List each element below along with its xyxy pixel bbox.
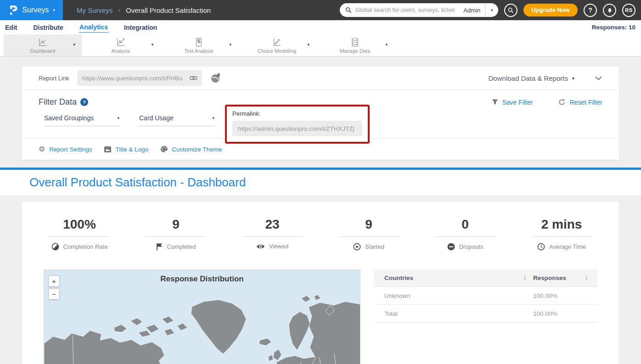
notifications-button[interactable] [603,4,616,17]
permalink-highlight-box: Permalink: [225,105,370,144]
image-icon [104,146,111,152]
country-name: Total [384,310,526,317]
stat-value: 23 [224,217,320,232]
permalink-label: Permalink: [232,110,362,117]
world-map [44,288,360,364]
stat-value: 100% [31,217,128,232]
report-settings-button[interactable]: ⚙ Report Settings [39,146,92,153]
country-name: Unknown [384,292,526,299]
stats-row: 100% Completion Rate 9 Completed 23 View… [22,217,619,252]
global-search: Admin ▾ [340,3,498,17]
eye-icon [256,243,265,250]
nav-item-integration[interactable]: Integration [124,22,157,33]
toolbar-text-analysis[interactable]: Text Analysis ▾ [160,34,238,56]
countries-table: Countries ▴▾ Responses ▴▾ Unknown 100.00… [374,269,597,364]
dashboard-card: 100% Completion Rate 9 Completed 23 View… [22,202,619,364]
nav-item-edit[interactable]: Edit [5,22,17,33]
search-scope-dropdown[interactable]: ▾ [485,8,498,12]
nav-item-distribute[interactable]: Distribute [33,22,63,33]
collapse-section-chevron-icon[interactable] [595,75,602,81]
stat-dropouts: 0 Dropouts [417,217,513,252]
stat-viewed: 23 Viewed [224,217,320,252]
toolbar-label: Dashboard [30,48,55,54]
column-responses: Responses [533,274,566,281]
user-avatar[interactable]: RS [622,4,635,17]
stat-label-text: Dropouts [459,243,484,250]
report-settings-label: Report Settings [49,146,92,153]
top-bar: Surveys ▾ My Surveys › Overall Product S… [0,0,641,20]
chevron-down-icon: ▾ [53,8,55,12]
stat-value: 2 mins [513,217,610,232]
refresh-icon [558,99,565,106]
breadcrumb-separator-icon: › [118,6,120,14]
line-chart-icon [116,37,126,47]
report-access-globe-lock-icon[interactable] [210,73,221,84]
search-input[interactable] [352,7,459,13]
stat-value: 0 [417,217,513,232]
table-header: Countries ▴▾ Responses ▴▾ [374,269,597,287]
dropdown-value: Saved Groupings [44,114,94,122]
breadcrumb-my-surveys[interactable]: My Surveys [77,6,112,14]
chevron-down-icon[interactable]: ▾ [572,76,574,81]
stat-completion-rate: 100% Completion Rate [31,217,128,252]
breadcrumb: My Surveys › Overall Product Satisfactio… [77,6,211,14]
gear-icon: ⚙ [39,146,45,153]
toolbar-choice-modelling[interactable]: Choice Modelling ▾ [238,34,316,56]
toolbar-analysis[interactable]: Analysis ▾ [82,34,160,56]
chevron-down-icon: ▾ [491,8,493,12]
download-data-reports-button[interactable]: Download Data & Reports [489,74,568,82]
search-icon [508,7,514,13]
product-name: Surveys [22,6,49,14]
minus-circle-icon [447,243,455,251]
reset-filter-button[interactable]: Reset Filter [558,99,602,106]
page-title: Overall Product Satisfaction - Dashboard [29,175,246,190]
country-responses: 100.00% [533,310,587,317]
analytics-toolbar: Dashboard ▾ Analysis ▾ Text Analysis ▾ C… [0,34,641,56]
half-circle-icon [51,243,59,251]
column-countries: Countries [384,274,413,281]
permalink-input[interactable] [238,125,357,132]
filter-data-title: Filter Data [39,97,77,107]
help-button[interactable]: ? [584,4,597,17]
chevron-down-icon[interactable]: ▾ [73,42,75,47]
chevron-down-icon[interactable]: ▾ [151,42,153,47]
search-icon [345,7,352,13]
search-scope-label: Admin [459,7,485,14]
play-circle-icon [353,243,361,251]
survey-nav: Edit Distribute Analytics Integration Re… [0,20,641,34]
report-link-input[interactable] [82,75,190,82]
chevron-down-icon[interactable]: ▾ [229,42,231,47]
title-band: Overall Product Satisfaction - Dashboard [0,170,641,195]
responses-count: Responses: 10 [592,24,641,31]
save-filter-button[interactable]: Save Filter [492,99,533,106]
stat-average-time: 2 mins Average Time [513,217,610,252]
toolbar-manage-data[interactable]: Manage Data ▾ [316,34,394,56]
map-zoom-in-button[interactable]: + [48,275,60,287]
customize-theme-button[interactable]: Customize Theme [161,146,222,153]
surveys-product-switcher[interactable]: Surveys ▾ [0,0,63,20]
sort-icon[interactable]: ▴▾ [524,275,526,281]
link-icon[interactable] [190,75,197,81]
flag-icon [156,243,163,251]
avatar-initials: RS [625,7,632,13]
stat-label-text: Completed [167,243,196,250]
filter-help-icon[interactable]: ? [80,98,88,106]
upgrade-now-button[interactable]: Upgrade Now [523,4,578,17]
chevron-down-icon[interactable]: ▾ [385,42,388,47]
toolbar-label: Manage Data [340,48,370,54]
card-usage-dropdown[interactable]: Card Usage ▾ [139,114,214,126]
advanced-search-button[interactable] [504,4,517,17]
toolbar-dashboard[interactable]: Dashboard ▾ [4,34,82,56]
chevron-down-icon[interactable]: ▾ [307,42,309,47]
scatter-chart-icon [272,37,282,47]
sort-icon[interactable]: ▴▾ [585,275,587,281]
saved-groupings-dropdown[interactable]: Saved Groupings ▾ [44,114,119,126]
toolbar-label: Text Analysis [184,48,214,54]
report-link-row: Report Link Download Data & Reports ▾ [22,67,619,90]
title-logo-button[interactable]: Title & Logo [104,146,148,153]
stat-label-text: Completion Rate [63,243,108,250]
nav-item-analytics[interactable]: Analytics [79,22,108,33]
response-distribution-map[interactable]: Response Distribution + − [44,269,360,364]
palette-icon [161,146,168,152]
chevron-down-icon: ▾ [117,116,119,120]
